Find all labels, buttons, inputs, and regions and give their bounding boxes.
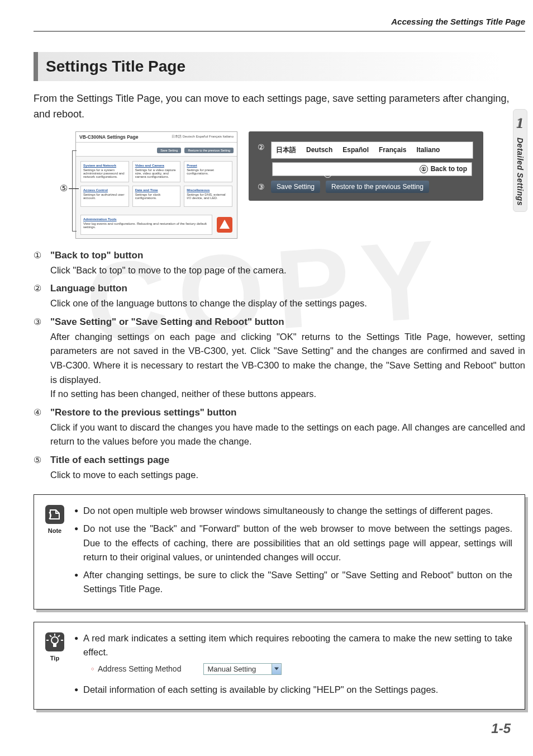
figure-callout-4: ④ (323, 169, 332, 178)
breadcrumb: Accessing the Settings Title Page (34, 17, 525, 32)
back-to-top[interactable]: ① Back to top (272, 162, 472, 176)
callout-bracket (72, 150, 77, 231)
item-5: ⑤Title of each settings page Click to mo… (34, 455, 525, 483)
svg-rect-0 (45, 505, 64, 524)
example-label: Address Setting Method (91, 664, 181, 673)
svg-rect-3 (53, 644, 56, 647)
note-box: Note Do not open multiple web browser wi… (34, 494, 525, 609)
thumb-cells: System and NetworkSettings for a system … (76, 157, 237, 211)
lang-jp[interactable]: 日本語 (276, 145, 296, 155)
setting-example: Address Setting Method Manual Setting (91, 663, 512, 675)
figure-callout-2: ② (258, 143, 265, 152)
figure-lang-buttons: ② ③ 日本語 Deutsch Español Français Italian… (249, 131, 483, 201)
note-bullet: Do not use the "Back" and "Forward" butt… (74, 522, 512, 565)
tip-bullet: A red mark indicates a setting item whic… (74, 631, 512, 660)
tip-icon: Tip (42, 632, 67, 662)
intro-text: From the Settings Title Page, you can mo… (34, 91, 525, 122)
item-1: ①"Back to top" button Click "Back to top… (34, 250, 525, 278)
figure-settings-grid: ⑤ VB-C300NA Settings Page 日本語 Deutsch Es… (75, 131, 237, 239)
tip-bullet: Detail information of each setting is av… (74, 683, 512, 697)
restore-button[interactable]: Restore to the previous Setting (326, 181, 429, 193)
thumb-save: Save Setting (157, 148, 181, 153)
note-bullet: Do not open multiple web browser windows… (74, 504, 512, 518)
example-select[interactable]: Manual Setting (203, 663, 282, 675)
item-4: ④"Restore to the previous settings" butt… (34, 407, 525, 449)
lang-bar: 日本語 Deutsch Español Français Italiano (271, 141, 473, 159)
figure-callout-1: ① (420, 165, 428, 173)
settings-page-thumbnail: VB-C300NA Settings Page 日本語 Deutsch Espa… (75, 131, 237, 239)
item-list: ①"Back to top" button Click "Back to top… (34, 250, 525, 483)
page-number: 1-5 (0, 721, 511, 736)
thumb-langs: 日本語 Deutsch Español Français Italiano (172, 134, 234, 139)
lang-de[interactable]: Deutsch (306, 146, 332, 154)
tip-box: Tip A red mark indicates a setting item … (34, 622, 525, 710)
lang-es[interactable]: Español (342, 146, 369, 154)
item-2: ②Language button Click one of the langua… (34, 283, 525, 311)
thumb-title: VB-C300NA Settings Page (79, 134, 139, 140)
lang-it[interactable]: Italiano (416, 146, 440, 154)
page-title: Settings Title Page (34, 52, 525, 81)
save-setting-button[interactable]: Save Setting (271, 181, 320, 193)
thumb-restore: Restore to the previous Setting (184, 148, 234, 153)
note-bullet: After changing settings, be sure to clic… (74, 568, 512, 597)
tools-icon (217, 217, 232, 233)
figure-callout-5: ⑤ (60, 183, 68, 193)
figure-callout-3: ③ (258, 182, 265, 192)
figure-row: ⑤ VB-C300NA Settings Page 日本語 Deutsch Es… (34, 131, 525, 239)
note-icon: Note (42, 504, 67, 534)
lang-fr[interactable]: Français (379, 146, 406, 154)
item-3: ③"Save Setting" or "Save Setting and Reb… (34, 316, 525, 401)
